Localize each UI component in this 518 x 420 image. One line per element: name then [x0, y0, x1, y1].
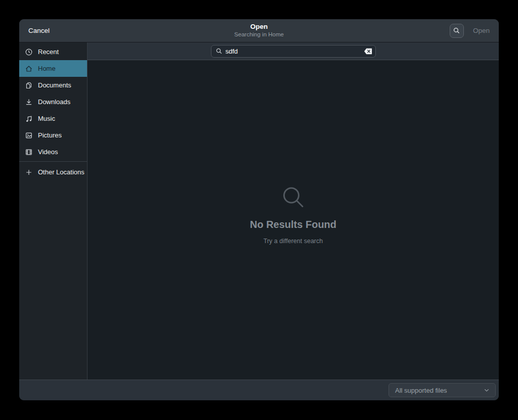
document-icon	[25, 81, 33, 89]
empty-state-title: No Results Found	[88, 219, 499, 230]
cancel-button[interactable]: Cancel	[24, 24, 54, 37]
file-filter-label: All supported files	[395, 387, 483, 394]
sidebar-item-label: Recent	[38, 48, 59, 56]
sidebar-item-videos[interactable]: Videos	[19, 144, 87, 160]
header-bar: Cancel Open Searching in Home Open	[19, 19, 499, 42]
search-bar	[88, 42, 499, 60]
sidebar-item-music[interactable]: Music	[19, 110, 87, 127]
header-actions: Open	[450, 24, 494, 38]
window-subtitle: Searching in Home	[234, 31, 284, 38]
search-input[interactable]	[226, 48, 361, 55]
search-entry[interactable]	[211, 45, 376, 58]
sidebar-item-label: Documents	[38, 81, 71, 89]
sidebar-item-pictures[interactable]: Pictures	[19, 127, 87, 144]
download-icon	[25, 98, 33, 106]
film-icon	[25, 148, 33, 156]
empty-state: No Results Found Try a different search	[88, 185, 499, 245]
places-sidebar: Recent Home Documents	[19, 42, 88, 380]
file-filter-dropdown[interactable]: All supported files	[388, 383, 496, 397]
sidebar-separator	[19, 161, 87, 162]
action-bar: All supported files	[19, 380, 499, 400]
backspace-clear-icon	[364, 48, 372, 55]
window-title: Open	[234, 23, 284, 31]
file-list-area: No Results Found Try a different search	[88, 60, 499, 380]
sidebar-item-label: Music	[38, 115, 55, 122]
empty-state-subtitle: Try a different search	[88, 238, 499, 245]
sidebar-item-downloads[interactable]: Downloads	[19, 94, 87, 110]
sidebar-item-other-locations[interactable]: Other Locations	[19, 164, 87, 180]
dialog-body: Recent Home Documents	[19, 42, 499, 380]
picture-icon	[25, 131, 33, 139]
sidebar-item-label: Other Locations	[38, 168, 84, 176]
home-icon	[25, 65, 33, 73]
plus-icon	[25, 168, 33, 176]
search-icon	[215, 48, 223, 55]
sidebar-item-label: Home	[38, 65, 56, 72]
clock-icon	[25, 48, 33, 56]
open-button[interactable]: Open	[469, 24, 494, 37]
main-area: No Results Found Try a different search	[88, 42, 499, 380]
sidebar-item-label: Pictures	[38, 131, 62, 139]
music-note-icon	[25, 115, 33, 123]
file-chooser-dialog: Cancel Open Searching in Home Open	[19, 19, 499, 400]
chevron-down-icon	[483, 387, 490, 394]
sidebar-item-label: Videos	[38, 148, 58, 156]
sidebar-item-home[interactable]: Home	[19, 60, 87, 77]
header-title-block: Open Searching in Home	[234, 23, 284, 38]
search-toggle-button[interactable]	[450, 24, 464, 38]
sidebar-item-documents[interactable]: Documents	[19, 77, 87, 94]
sidebar-item-recent[interactable]: Recent	[19, 43, 87, 60]
magnifier-icon	[281, 185, 306, 210]
search-icon	[453, 27, 460, 34]
clear-search-button[interactable]	[364, 48, 372, 55]
sidebar-item-label: Downloads	[38, 98, 70, 106]
